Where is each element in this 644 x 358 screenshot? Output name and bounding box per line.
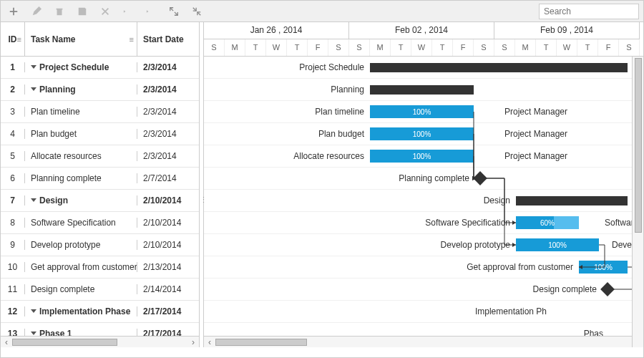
task-bar[interactable]: 100% bbox=[370, 127, 474, 140]
summary-bar[interactable] bbox=[516, 196, 628, 205]
row-date: 2/10/2014 bbox=[137, 240, 199, 250]
row-id: 12 bbox=[1, 306, 25, 316]
table-row[interactable]: 13Phase 12/17/2014 bbox=[1, 323, 199, 336]
table-row[interactable]: 12Implementation Phase2/17/2014 bbox=[1, 301, 199, 323]
grid-hscroll[interactable]: ‹ › bbox=[1, 336, 199, 347]
caret-icon[interactable] bbox=[31, 87, 36, 91]
delete-button[interactable] bbox=[51, 3, 68, 20]
cancel-button[interactable] bbox=[97, 3, 114, 20]
task-label: Software Specification bbox=[204, 218, 510, 228]
toolbar bbox=[1, 1, 643, 22]
task-label: Allocate resources bbox=[204, 151, 364, 161]
task-bar[interactable]: 100% bbox=[516, 238, 599, 251]
table-row[interactable]: 5Allocate resources2/3/2014 bbox=[1, 145, 199, 168]
day-header: M bbox=[515, 39, 536, 57]
day-header: T bbox=[391, 39, 411, 57]
table-row[interactable]: 3Plan timeline2/3/2014 bbox=[1, 101, 199, 123]
task-bar[interactable]: 100% bbox=[370, 150, 474, 163]
row-task: Design bbox=[25, 195, 137, 205]
gantt-row: Develop prototype100%Deve bbox=[204, 234, 643, 256]
row-id: 4 bbox=[1, 129, 25, 139]
row-date: 2/3/2014 bbox=[137, 62, 199, 72]
task-label: Phas bbox=[204, 329, 603, 336]
indent-button[interactable] bbox=[142, 3, 160, 20]
row-date: 2/7/2014 bbox=[137, 173, 199, 183]
day-header: F bbox=[598, 39, 619, 57]
summary-bar[interactable] bbox=[370, 85, 474, 95]
edit-button[interactable] bbox=[28, 3, 45, 20]
grid-header: ID≡ Task Name≡ Start Date bbox=[1, 22, 199, 57]
row-task: Develop prototype bbox=[25, 240, 137, 250]
menu-icon[interactable]: ≡ bbox=[17, 35, 21, 44]
scroll-right-icon[interactable]: › bbox=[187, 337, 199, 348]
row-task: Planning bbox=[25, 84, 137, 95]
day-header: F bbox=[453, 39, 474, 57]
table-row[interactable]: 1Project Schedule2/3/2014 bbox=[1, 57, 199, 79]
task-label: Design bbox=[204, 195, 510, 205]
row-date: 2/13/2014 bbox=[137, 262, 199, 272]
row-id: 9 bbox=[1, 240, 25, 250]
menu-icon[interactable]: ≡ bbox=[130, 35, 134, 44]
gantt-vscroll[interactable] bbox=[632, 57, 643, 347]
caret-icon[interactable] bbox=[31, 65, 36, 69]
row-date: 2/17/2014 bbox=[137, 329, 199, 336]
scroll-left-icon[interactable]: ‹ bbox=[1, 337, 12, 348]
expand-button[interactable] bbox=[165, 3, 182, 20]
row-date: 2/3/2014 bbox=[137, 84, 199, 95]
row-date: 2/17/2014 bbox=[137, 306, 199, 316]
row-task: Software Specification bbox=[25, 218, 137, 228]
summary-bar[interactable] bbox=[370, 63, 628, 72]
row-task: Phase 1 bbox=[25, 329, 137, 336]
caret-icon[interactable] bbox=[31, 198, 36, 202]
search-input[interactable] bbox=[539, 4, 639, 19]
row-id: 6 bbox=[1, 173, 25, 183]
task-bar[interactable]: 60% bbox=[516, 216, 579, 229]
table-row[interactable]: 11Design complete2/14/2014 bbox=[1, 279, 199, 301]
scroll-left-icon[interactable]: ‹ bbox=[204, 337, 215, 348]
day-header: S bbox=[328, 39, 349, 57]
table-row[interactable]: 4Plan budget2/3/2014 bbox=[1, 123, 199, 145]
gantt-hscroll[interactable]: ‹ › bbox=[204, 336, 643, 347]
milestone[interactable] bbox=[600, 282, 615, 296]
gantt-row: Planning bbox=[204, 79, 643, 101]
column-date[interactable]: Start Date bbox=[137, 22, 199, 56]
table-row[interactable]: 10Get approval from customer2/13/2014 bbox=[1, 256, 199, 279]
gantt-row: Project Schedule bbox=[204, 57, 643, 79]
save-button[interactable] bbox=[74, 3, 91, 20]
task-bar[interactable]: 100% bbox=[370, 105, 474, 118]
caret-icon[interactable] bbox=[31, 309, 36, 313]
table-row[interactable]: 6Planning complete2/7/2014 bbox=[1, 168, 199, 190]
outdent-button[interactable] bbox=[119, 3, 137, 20]
table-row[interactable]: 2Planning2/3/2014 bbox=[1, 79, 199, 101]
table-row[interactable]: 9Develop prototype2/10/2014 bbox=[1, 234, 199, 256]
day-header: T bbox=[432, 39, 453, 57]
gantt-row: Planning complete bbox=[204, 168, 643, 190]
row-date: 2/14/2014 bbox=[137, 284, 199, 294]
day-header: F bbox=[308, 39, 328, 57]
table-row[interactable]: 8Software Specification2/10/2014 bbox=[1, 212, 199, 234]
day-header: T bbox=[287, 39, 308, 57]
gantt-panel: Jan 26 , 2014Feb 02 , 2014Feb 09 , 2014 … bbox=[204, 22, 643, 347]
task-label: Plan budget bbox=[204, 129, 364, 139]
day-header: M bbox=[370, 39, 391, 57]
column-task[interactable]: Task Name≡ bbox=[25, 22, 137, 56]
task-label: Planning complete bbox=[204, 173, 469, 183]
task-label: Plan timeline bbox=[204, 107, 364, 117]
row-id: 13 bbox=[1, 329, 25, 336]
gantt-row: Design complete bbox=[204, 279, 643, 301]
task-label: Design complete bbox=[204, 284, 597, 294]
week-header: Feb 02 , 2014 bbox=[349, 22, 494, 39]
day-header: T bbox=[245, 39, 266, 57]
table-row[interactable]: 7Design2/10/2014 bbox=[1, 190, 199, 212]
column-id[interactable]: ID≡ bbox=[1, 22, 25, 56]
collapse-button[interactable] bbox=[188, 3, 205, 20]
task-label: Implementation Ph bbox=[204, 306, 547, 316]
caret-icon[interactable] bbox=[31, 332, 36, 335]
milestone[interactable] bbox=[473, 171, 487, 185]
row-id: 7 bbox=[1, 195, 25, 205]
add-button[interactable] bbox=[5, 3, 22, 20]
day-header: T bbox=[536, 39, 557, 57]
gantt-row: Plan timeline100%Project Manager bbox=[204, 101, 643, 123]
week-header: Jan 26 , 2014 bbox=[204, 22, 349, 39]
task-bar[interactable]: 100% bbox=[579, 261, 628, 274]
